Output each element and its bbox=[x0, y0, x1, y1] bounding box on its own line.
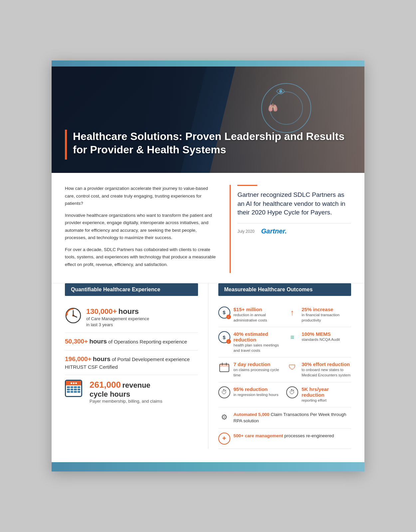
outcome-5k-text: 5K hrs/year reduction reporting effort bbox=[302, 386, 351, 403]
outcome-row-2: $ ↓ 40% estimated reduction health plan … bbox=[218, 327, 351, 357]
outcome-automated: ⚙ Automated 5,000 Claim Transactions Per… bbox=[218, 407, 351, 429]
dollar-down-icon-2: $ ↓ bbox=[218, 331, 230, 343]
gartner-text: Gartner recognized SDLC Partners as an A… bbox=[237, 191, 351, 217]
care-mgmt-big: 130,000+ hours bbox=[86, 307, 149, 316]
outcome-automated-text: Automated 5,000 Claim Transactions Per W… bbox=[234, 411, 351, 424]
outcome-row-1: $ ↓ $15+ million reduction in annual adm… bbox=[218, 303, 351, 327]
outcome-row-4: ⏱ 95% reduction in regression testing ho… bbox=[218, 382, 351, 407]
hero-section: 👁 🫁 Healthcare Solutions: Proven Leaders… bbox=[52, 66, 364, 173]
stats-section: Quantifiable Healthcare Experience bbox=[52, 283, 364, 459]
outcome-15m-text: $15+ million reduction in annual adminis… bbox=[234, 307, 283, 323]
clock-small-icon: ⏱ bbox=[218, 386, 230, 398]
portal-dev-text: 196,000+ hours of Portal Developement ex… bbox=[65, 354, 198, 371]
intro-para-3: For over a decade, SDLC Partners has col… bbox=[65, 246, 216, 268]
ops-reporting-text: 50,300+ hours of Operations Reporting ex… bbox=[65, 337, 198, 346]
outcome-care-mgmt: + 500+ care management processes re-engi… bbox=[218, 429, 351, 449]
revenue-big: 261,000 bbox=[90, 380, 121, 390]
outcome-40pct: $ ↓ 40% estimated reduction health plan … bbox=[218, 331, 283, 353]
care-mgmt-rest: processes re-engineered bbox=[284, 433, 334, 438]
portal-big: 196,000+ bbox=[65, 355, 92, 362]
outcome-row-3: 7 day reduction on claims processing cyc… bbox=[218, 357, 351, 382]
gartner-footer: July 2020 Gartner. bbox=[237, 223, 351, 235]
outcome-40pct-big: 40% estimated reduction bbox=[234, 331, 283, 342]
care-mgmt-number: 130,000+ bbox=[86, 307, 117, 316]
revenue-cycle-stat: 261,000 revenuecycle hours Payer members… bbox=[65, 375, 198, 408]
automated-highlight: Automated 5,000 bbox=[234, 412, 270, 417]
ops-big: 50,300+ bbox=[65, 338, 88, 345]
footer-strip bbox=[52, 462, 364, 471]
right-section-header: Measureable Healthcare Outcomes bbox=[218, 283, 351, 296]
outcome-15m: $ ↓ $15+ million reduction in annual adm… bbox=[218, 307, 283, 323]
outcome-5k-big: 5K hrs/year reduction bbox=[302, 386, 351, 398]
gartner-date: July 2020 bbox=[237, 229, 254, 234]
intro-right: Gartner recognized SDLC Partners as an A… bbox=[230, 185, 351, 273]
eye-icon: 👁 bbox=[276, 86, 286, 97]
outcome-40pct-label: health plan sales meetings and travel co… bbox=[234, 342, 283, 353]
outcome-15m-label: reduction in annual administrative costs bbox=[234, 312, 283, 323]
lung-icon: 🫁 bbox=[268, 103, 278, 112]
right-stats-col: Measureable Healthcare Outcomes $ ↓ $15+… bbox=[208, 283, 351, 449]
outcome-100pct-big: 100% MEMS bbox=[302, 331, 340, 337]
gear-icon: ⚙ bbox=[218, 411, 230, 423]
outcome-7day-label: on claims processing cycle time bbox=[234, 367, 283, 378]
portal-suffix: hours bbox=[93, 355, 110, 362]
ops-label: of Operations Reporting experience bbox=[108, 339, 187, 344]
outcome-15m-big: $15+ million bbox=[234, 307, 283, 312]
intro-para-2: Innovative healthcare organizations who … bbox=[65, 212, 216, 241]
arrow-up-icon: ↑ bbox=[286, 307, 298, 319]
cross-icon: + bbox=[218, 433, 230, 445]
care-mgmt-suffix: hours bbox=[118, 307, 139, 316]
ops-reporting-stat: 50,300+ hours of Operations Reporting ex… bbox=[65, 333, 198, 350]
revenue-sub: Payer membership, billing, and claims bbox=[90, 399, 162, 404]
calendar-small-icon bbox=[218, 361, 230, 373]
calendar-icon bbox=[65, 380, 85, 400]
outcome-30pct-text: 30% effort reduction to onboard new stat… bbox=[302, 361, 351, 378]
left-section-header: Quantifiable Healthcare Experience bbox=[65, 283, 198, 296]
svg-rect-6 bbox=[220, 364, 229, 367]
care-mgmt-stat: 130,000+ hours of Care Management experi… bbox=[65, 303, 198, 333]
hero-title: Healthcare Solutions: Proven Leadership … bbox=[73, 130, 346, 156]
list-icon: ≡ bbox=[286, 331, 298, 343]
clock-5k-icon: ⏱ bbox=[286, 386, 298, 398]
outcome-30pct-big: 30% effort reduction bbox=[302, 361, 351, 367]
outcome-95pct-text: 95% reduction in regression testing hour… bbox=[234, 386, 279, 397]
revenue-numbers: 261,000 revenuecycle hours bbox=[90, 380, 162, 399]
arrow-down-icon-2: ↓ bbox=[226, 339, 231, 344]
outcome-7day: 7 day reduction on claims processing cyc… bbox=[218, 361, 283, 378]
outcome-care-mgmt-text: 500+ care management processes re-engine… bbox=[234, 433, 334, 439]
outcome-5k-label: reporting effort bbox=[302, 398, 351, 403]
hero-title-block: Healthcare Solutions: Proven Leadership … bbox=[65, 130, 364, 160]
outcome-100pct: ≡ 100% MEMS standards NCQA Audit bbox=[286, 331, 351, 353]
intro-accent-bar bbox=[237, 185, 257, 186]
care-mgmt-text: 130,000+ hours of Care Management experi… bbox=[86, 307, 149, 328]
outcome-25pct-label: in financial transaction productivity bbox=[302, 312, 351, 323]
ops-suffix: hours bbox=[89, 338, 107, 345]
outcome-95pct-big: 95% reduction bbox=[234, 386, 279, 392]
outcome-100pct-label: standards NCQA Audit bbox=[302, 337, 340, 342]
outcome-7day-text: 7 day reduction on claims processing cyc… bbox=[234, 361, 283, 378]
clock-icon bbox=[65, 307, 82, 324]
revenue-text: 261,000 revenuecycle hours Payer members… bbox=[90, 380, 162, 404]
shield-icon: 🛡 bbox=[286, 361, 298, 373]
outcome-25pct: ↑ 25% increase in financial transaction … bbox=[286, 307, 351, 323]
intro-left: How can a provider organization accelera… bbox=[65, 185, 216, 273]
outcome-95pct-label: in regression testing hours bbox=[234, 392, 279, 397]
hero-accent-bar bbox=[65, 130, 67, 160]
outcome-25pct-big: 25% increase bbox=[302, 307, 351, 312]
page: 👁 🫁 Healthcare Solutions: Proven Leaders… bbox=[52, 61, 364, 471]
outcome-5k: ⏱ 5K hrs/year reduction reporting effort bbox=[286, 386, 351, 403]
gartner-text-content: Gartner recognized SDLC Partners as an A… bbox=[237, 191, 345, 216]
left-stats-col: Quantifiable Healthcare Experience bbox=[65, 283, 208, 449]
outcome-40pct-text: 40% estimated reduction health plan sale… bbox=[234, 331, 283, 353]
gartner-logo: Gartner. bbox=[261, 227, 287, 235]
outcome-95pct: ⏱ 95% reduction in regression testing ho… bbox=[218, 386, 283, 403]
care-mgmt-label: of Care Management experiencein last 3 y… bbox=[86, 316, 149, 328]
outcome-30pct-label: to onboard new states to Medicaid Encoun… bbox=[302, 367, 351, 378]
top-strip bbox=[52, 61, 364, 66]
intro-para-1: How can a provider organization accelera… bbox=[65, 185, 216, 207]
portal-dev-stat: 196,000+ hours of Portal Developement ex… bbox=[65, 350, 198, 375]
outcome-100pct-text: 100% MEMS standards NCQA Audit bbox=[302, 331, 340, 342]
arrow-down-icon: ↓ bbox=[226, 315, 231, 319]
outcome-7day-big: 7 day reduction bbox=[234, 361, 283, 367]
outcome-25pct-text: 25% increase in financial transaction pr… bbox=[302, 307, 351, 323]
